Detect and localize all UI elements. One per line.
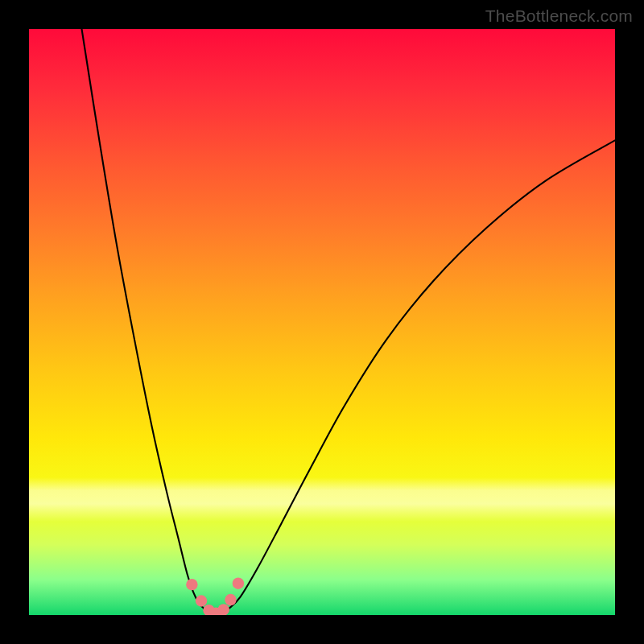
valley-marker: [225, 594, 236, 605]
valley-marker: [186, 579, 197, 590]
chart-svg: [29, 29, 615, 615]
curve-left-branch: [82, 29, 205, 609]
curve-right-branch: [229, 140, 615, 609]
watermark-text: TheBottleneck.com: [485, 6, 633, 26]
valley-marker: [233, 577, 244, 588]
plot-area: [29, 29, 615, 615]
valley-marker: [196, 595, 207, 606]
chart-container: TheBottleneck.com: [0, 0, 644, 644]
valley-marker: [218, 604, 229, 615]
